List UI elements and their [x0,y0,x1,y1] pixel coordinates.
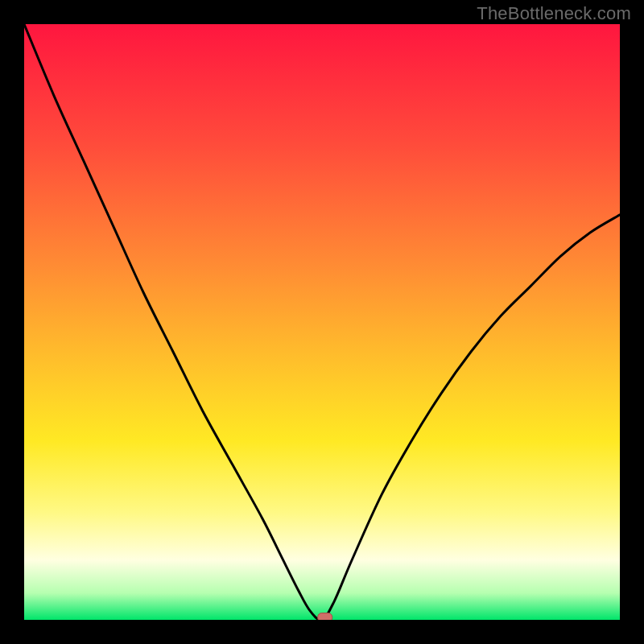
bottleneck-chart [24,24,620,620]
chart-frame: TheBottleneck.com [0,0,644,644]
gradient-background [24,24,620,620]
optimal-point-marker [318,613,332,620]
watermark-text: TheBottleneck.com [477,3,631,24]
plot-area [24,24,620,620]
